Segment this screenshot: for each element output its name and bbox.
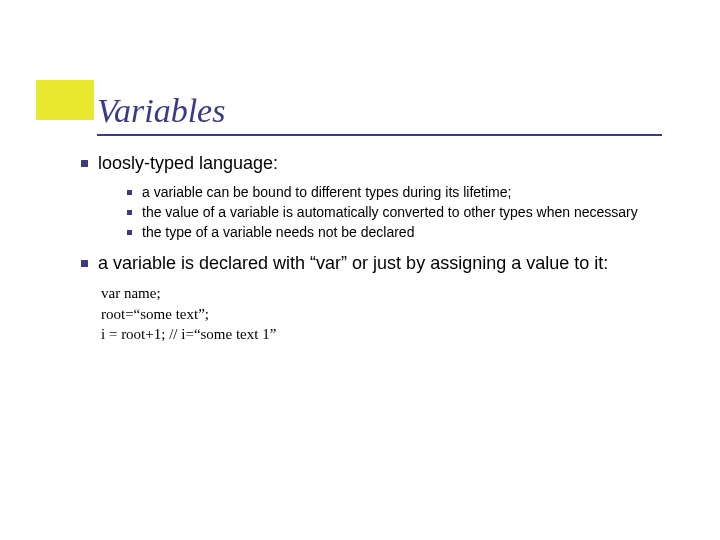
code-example: var name; root=“some text”; i = root+1; …	[101, 283, 680, 344]
code-line: root=“some text”;	[101, 304, 680, 324]
bullet-level2: the type of a variable needs not be decl…	[127, 223, 680, 242]
bullet-level1: loosly-typed language:	[81, 152, 680, 175]
sub-bullet-group: a variable can be bound to different typ…	[127, 183, 680, 242]
square-bullet-icon	[81, 160, 88, 167]
square-bullet-icon	[127, 190, 132, 195]
slide-content: Variables loosly-typed language: a varia…	[97, 92, 680, 344]
square-bullet-icon	[127, 230, 132, 235]
bullet-text: loosly-typed language:	[98, 152, 278, 175]
bullet-level2: the value of a variable is automatically…	[127, 203, 680, 222]
bullet-text: a variable is declared with “var” or jus…	[98, 252, 608, 275]
code-line: i = root+1; // i=“some text 1”	[101, 324, 680, 344]
square-bullet-icon	[127, 210, 132, 215]
accent-block	[36, 80, 94, 120]
bullet-level2: a variable can be bound to different typ…	[127, 183, 680, 202]
slide-title: Variables	[97, 92, 680, 130]
bullet-level1: a variable is declared with “var” or jus…	[81, 252, 680, 275]
bullet-text: a variable can be bound to different typ…	[142, 183, 511, 202]
title-underline	[97, 134, 662, 136]
bullet-text: the value of a variable is automatically…	[142, 203, 638, 222]
square-bullet-icon	[81, 260, 88, 267]
bullet-text: the type of a variable needs not be decl…	[142, 223, 414, 242]
code-line: var name;	[101, 283, 680, 303]
